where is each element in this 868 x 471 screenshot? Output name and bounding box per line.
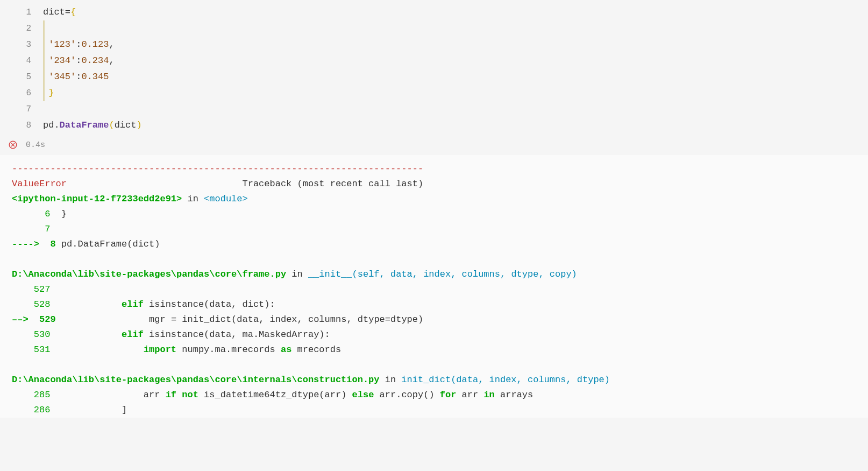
cell-output[interactable]: ----------------------------------------… (0, 155, 868, 418)
traceback-frame-line: 6 } (12, 207, 868, 222)
code-content[interactable] (43, 20, 868, 37)
indent-guide (43, 37, 45, 53)
line-number: 5 (0, 69, 43, 85)
traceback-frame-line: 7 (12, 222, 868, 237)
execution-duration: 0.4s (26, 140, 45, 150)
line-number: 2 (0, 20, 43, 37)
code-content[interactable]: '123':0.123, (43, 37, 868, 53)
code-content[interactable]: '345':0.345 (43, 69, 868, 85)
traceback-separator: ----------------------------------------… (12, 161, 868, 177)
execution-status: 0.4s (0, 137, 868, 155)
indent-guide (43, 69, 45, 85)
traceback-header: ValueError Traceback (most recent call l… (12, 177, 868, 192)
traceback-frame-line: 286 ] (12, 403, 868, 418)
blank-line (12, 252, 868, 267)
code-line[interactable]: 7 (0, 101, 868, 117)
traceback-frame-line: 528 elif isinstance(data, dict): (12, 297, 868, 312)
traceback-frame-line: 285 arr if not is_datetime64tz_dtype(arr… (12, 388, 868, 403)
code-line[interactable]: 8pd.DataFrame(dict) (0, 117, 868, 133)
indent-guide (43, 85, 45, 101)
code-cell-input[interactable]: 1dict={2 3 '123':0.123,4 '234':0.234,5 '… (0, 0, 868, 137)
blank-line (12, 357, 868, 372)
code-content[interactable]: dict={ (43, 4, 868, 20)
code-content[interactable]: '234':0.234, (43, 53, 868, 69)
code-content[interactable] (43, 101, 868, 117)
error-icon (0, 140, 26, 150)
code-content[interactable]: } (43, 85, 868, 101)
traceback-frame-line: 530 elif isinstance(data, ma.MaskedArray… (12, 327, 868, 342)
indent-guide (43, 53, 45, 69)
traceback-frame-header: D:\Anaconda\lib\site-packages\pandas\cor… (12, 267, 868, 282)
traceback-frame-header: D:\Anaconda\lib\site-packages\pandas\cor… (12, 372, 868, 388)
code-content[interactable]: pd.DataFrame(dict) (43, 117, 868, 133)
code-line[interactable]: 6 } (0, 85, 868, 101)
code-line[interactable]: 5 '345':0.345 (0, 69, 868, 85)
line-number: 3 (0, 37, 43, 53)
traceback-frame-line: ––> 529 mgr = init_dict(data, index, col… (12, 312, 868, 327)
traceback-frame-line: ----> 8 pd.DataFrame(dict) (12, 237, 868, 252)
line-number: 1 (0, 4, 43, 20)
line-number: 7 (0, 101, 43, 117)
traceback-frame-header: <ipython-input-12-f7233edd2e91> in <modu… (12, 192, 868, 207)
line-number: 8 (0, 117, 43, 133)
code-line[interactable]: 4 '234':0.234, (0, 53, 868, 69)
code-line[interactable]: 2 (0, 20, 868, 37)
code-line[interactable]: 3 '123':0.123, (0, 37, 868, 53)
traceback-frame-line: 531 import numpy.ma.mrecords as mrecords (12, 342, 868, 357)
code-line[interactable]: 1dict={ (0, 4, 868, 20)
indent-guide (43, 20, 45, 37)
line-number: 4 (0, 53, 43, 69)
line-number: 6 (0, 85, 43, 101)
traceback-frame-line: 527 (12, 282, 868, 297)
